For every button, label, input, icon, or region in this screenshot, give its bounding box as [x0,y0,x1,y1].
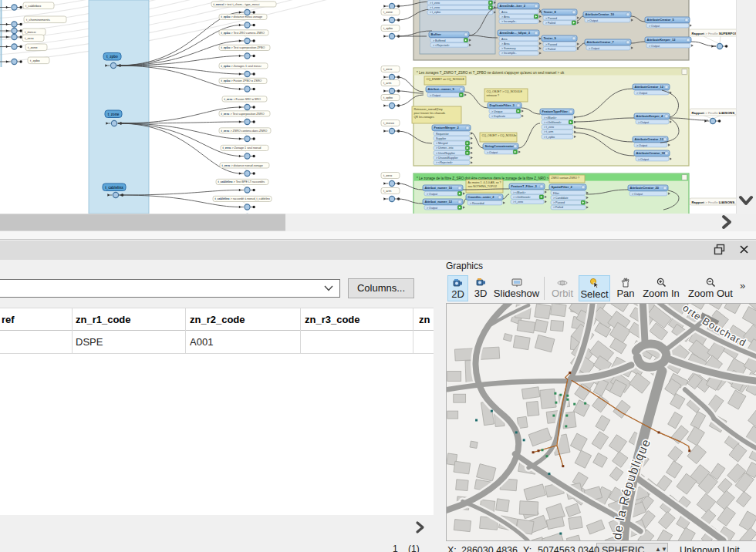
svg-text:Tester_8: Tester_8 [544,10,557,14]
svg-text:> Unique: > Unique [491,110,503,113]
svg-text:t_cheminements: t_cheminements [26,18,50,22]
svg-text:t_zero > ZSRO contenu dans ZNR: t_zero > ZSRO contenu dans ZNRO [221,130,268,133]
svg-text:Au moins 1 -0,1-0,AB, so ?: Au moins 1 -0,1-0,AB, so ? [468,181,501,184]
svg-text:> t_zero: > t_zero [513,200,523,204]
svg-text:t_cablelinx: t_cablelinx [105,186,123,190]
svg-text:> Output: > Output [638,121,649,124]
svg-text:FeatureTypeFilter: FeatureTypeFilter [542,109,569,113]
svg-text:> Output: > Output [649,25,660,28]
svg-text:> Output: > Output [636,144,647,147]
svg-text:retrouve ?: retrouve ? [487,94,500,97]
svg-text:t_arm: t_arm [383,189,392,193]
svg-text:sou NOTHING_TOPO2: sou NOTHING_TOPO2 [468,185,497,188]
svg-text:AttributeKeeper_4: AttributeKeeper_4 [636,114,663,118]
svg-text:> Buffered: > Buffered [433,39,446,42]
svg-text:Filter: Filter [553,192,560,195]
svg-text:t_cablelinx > raccordé à noeud: t_cablelinx > raccordé à noeud_t_cableli… [215,197,271,200]
svg-text:t_zpbo: t_zpbo [30,59,40,62]
svg-text:> Recordsd: > Recordsd [470,202,484,205]
svg-text:> Output: > Output [427,207,437,210]
svg-text:SpatialFilter_2: SpatialFilter_2 [552,185,573,189]
svg-text:Retrouver_noeud@my: Retrouver_noeud@my [414,108,443,111]
svg-text:t_zero > distance noeud zonage: t_zero > distance noeud zonage [222,164,263,167]
svg-text:Area: Area [501,11,508,14]
svg-text:> <Rejected>: > <Rejected> [433,44,449,47]
svg-text:AreaOnAr..._fdlyat_3: AreaOnAr..._fdlyat_3 [500,31,531,35]
svg-text:AttributeCreator_18: AttributeCreator_18 [636,151,666,155]
svg-text:> Candidate: > Candidate [553,197,568,200]
svg-text:Attribut...namer_9: Attribut...namer_9 [428,87,455,91]
svg-text:CQ_ENMET un CQ_NODULE: CQ_ENMET un CQ_NODULE [427,78,465,81]
svg-text:> Output: > Output [587,19,598,22]
svg-text:t_zero > Test superposition ZS: t_zero > Test superposition ZSRO [221,113,265,116]
svg-text:> Output: > Output [638,158,649,161]
svg-text:Buffrer: Buffrer [431,32,442,36]
svg-text:> Output: > Output [649,45,660,48]
svg-text:> Failed: > Failed [545,22,555,25]
svg-text:t_zpbo > Test superposition ZP: t_zpbo > Test superposition ZPBO [221,46,265,49]
svg-text:Rapport > Feuille SUPERPOSES: Rapport > Feuille SUPERPOSES [692,32,742,35]
svg-text:> t_zero: > t_zero [544,126,554,129]
svg-text:Area: Area [501,38,508,41]
svg-text:Rapport > Feuille LIAISONS_ZO: Rapport > Feuille LIAISONS_ZO [692,111,742,115]
svg-text:t_zone: t_zone [108,113,120,116]
svg-text:t_zero: t_zero [25,36,34,40]
svg-text:> Failed: > Failed [553,206,563,209]
svg-text:t_zpbo > Zonages 1 seul messi: t_zpbo > Zonages 1 seul messi [221,65,262,68]
svg-text:AttributeCreator_20: AttributeCreator_20 [630,186,660,190]
svg-text:> <Rejected>: > <Rejected> [436,161,452,164]
svg-text:AttributeKeeper_12: AttributeKeeper_12 [647,38,677,42]
svg-text:t_zpbo: t_zpbo [383,26,393,30]
svg-text:> Output: > Output [430,94,440,97]
svg-text:t_zero > Zonage 1 seul noeud: t_zero > Zonage 1 seul noeud [223,146,262,150]
svg-text:> Area: > Area [501,42,510,45]
svg-text:> <Unfiltered>: > <Unfiltered> [544,121,562,124]
svg-text:t_zero: t_zero [383,67,393,71]
svg-text:> Area: > Area [501,15,510,19]
svg-text:FeatureT_Filter_3: FeatureT_Filter_3 [511,184,538,188]
svg-text:> <Unfiltered>: > <Unfiltered> [513,196,531,199]
svg-text:Requestor: Requestor [436,133,449,136]
svg-text:> Incomple..: > Incomple.. [501,52,517,55]
svg-text:StringConcatenator: StringConcatenator [485,144,515,148]
svg-text:> t_arm: > t_arm [544,130,553,133]
svg-text:> <Blank>: > <Blank> [544,116,556,119]
svg-text:> Output: > Output [427,193,437,196]
svg-text:> Summary: > Summary [501,47,516,50]
svg-text:> Output: > Output [636,92,647,95]
svg-text:Tester_9: Tester_9 [544,36,557,40]
svg-text:> Passed: > Passed [545,17,557,20]
svg-text:t_messi > test t_chem... type_: t_messi > test t_chem... type_messi [214,3,260,6]
svg-text:t_arm: t_arm [383,81,392,85]
svg-text:AttributeCreator_7: AttributeCreator_7 [587,40,615,44]
svg-text:AreaOnAr...lver_2: AreaOnAr...lver_2 [500,4,526,8]
svg-text:> Passed: > Passed [545,43,557,46]
svg-text:t_zero: t_zero [383,173,393,177]
svg-text:AttributeCreator_10: AttributeCreator_10 [586,12,615,16]
svg-text:DuplicateFilter_3: DuplicateFilter_3 [490,103,515,107]
svg-text:> Output: > Output [632,193,643,196]
svg-text:AttributeCreator_13: AttributeCreator_13 [635,137,664,141]
svg-text:t_zero > Fusion SRO = SRO: t_zero > Fusion SRO = SRO [224,98,261,101]
svg-text:t_zone: t_zone [383,10,393,14]
svg-text:t_messi: t_messi [383,121,394,125]
svg-text:t_cablebox: t_cablebox [25,4,42,8]
svg-text:> Passed: > Passed [553,201,565,204]
svg-text:ZSRO contain ZSRO ?: ZSRO contain ZSRO ? [552,177,580,180]
svg-text:> Duplicate: > Duplicate [491,115,505,118]
svg-text:> Output: > Output [487,151,498,154]
svg-text:t_zpbo: t_zpbo [383,96,393,99]
svg-text:> t_zero: > t_zero [430,6,440,9]
svg-text:t_zone: t_zone [28,45,38,49]
svg-text:t_messi: t_messi [25,30,35,34]
svg-text:t_zpbo > distance messi zonage: t_zpbo > distance messi zonage [221,15,263,19]
svg-text:pour trouver les chaouds: pour trouver les chaouds [414,112,446,115]
svg-text:> Failed: > Failed [545,48,555,51]
svg-text:> Merged: > Merged [436,142,447,145]
svg-text:CQ_OBJET > CQ_NODULE: CQ_OBJET > CQ_NODULE [487,90,523,93]
svg-text:Attribut_numer_10: Attribut_numer_10 [425,186,453,190]
svg-text:AttributeCreator_12: AttributeCreator_12 [635,85,664,89]
svg-text:CQ_OBJET > CQ_NODUle: CQ_OBJET > CQ_NODUle [482,134,517,137]
svg-text:* Les zonages T_ZNRO T_ZSRO et: * Les zonages T_ZNRO T_ZSRO et T_ZPBO ne… [417,71,565,75]
svg-text:Supplier: Supplier [436,137,447,140]
